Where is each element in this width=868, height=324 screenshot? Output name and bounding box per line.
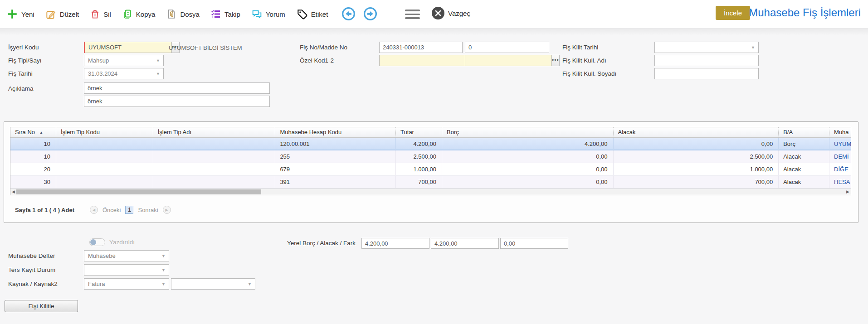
col-muhasebe-hesap-kodu[interactable]: Muhasebe Hesap Kodu bbox=[275, 127, 396, 137]
cell-tip-adi bbox=[153, 150, 276, 163]
table-row[interactable]: 30 391 700,00 0,00 700,00 Alacak HESA bbox=[10, 176, 851, 189]
file-button-label: Dosya bbox=[180, 10, 200, 18]
kaynak-label: Kaynak / Kaynak2 bbox=[8, 280, 58, 289]
pagination-bar: Sayfa 1 of 1 ( 4 ) Adet ◀ Önceki 1 Sonra… bbox=[10, 202, 851, 218]
col-borc[interactable]: Borç bbox=[442, 127, 614, 137]
yerel-alacak-input[interactable] bbox=[431, 238, 499, 249]
chevron-down-icon: ▼ bbox=[161, 282, 166, 286]
cell-tutar: 4.200,00 bbox=[396, 138, 442, 150]
cell-sira: 30 bbox=[10, 176, 56, 188]
horizontal-scrollbar[interactable]: ◀ ▶ bbox=[10, 189, 851, 195]
cell-sira: 10 bbox=[10, 150, 56, 163]
col-islem-tip-adi[interactable]: İşlem Tip Adı bbox=[153, 127, 276, 137]
table-row[interactable]: 10 255 2.500,00 0,00 2.500,00 Alacak DEM… bbox=[10, 150, 851, 163]
cell-tip-kodu bbox=[56, 163, 153, 175]
cell-tip-adi bbox=[153, 176, 276, 188]
edit-button[interactable]: Düzelt bbox=[45, 9, 79, 20]
printed-toggle[interactable] bbox=[89, 238, 105, 246]
next-page-link[interactable]: Sonraki bbox=[138, 207, 158, 213]
col-alacak[interactable]: Alacak bbox=[614, 127, 779, 137]
comment-button-label: Yorum bbox=[266, 10, 285, 18]
delete-button-label: Sil bbox=[103, 10, 111, 18]
scroll-left-icon[interactable]: ◀ bbox=[12, 189, 15, 194]
kilit-tarihi-select[interactable]: ▼ bbox=[654, 42, 759, 53]
cell-ba: Alacak bbox=[779, 150, 829, 163]
table-row[interactable]: 20 679 1.000,00 0,00 1.000,00 Alacak DİĞ… bbox=[10, 163, 851, 176]
follow-button-label: Takip bbox=[224, 10, 240, 18]
kaynak2-select[interactable]: ▼ bbox=[171, 278, 255, 290]
attachment-icon bbox=[166, 9, 177, 19]
ters-kayit-select[interactable]: ▼ bbox=[84, 264, 169, 276]
follow-button[interactable]: Takip bbox=[210, 9, 240, 19]
prev-page-icon[interactable]: ◀ bbox=[90, 206, 98, 214]
fis-tipi-value: Mahsup bbox=[88, 57, 109, 64]
fis-tipi-label: Fiş Tipi/Sayı bbox=[8, 57, 42, 65]
kilit-soyadi-input[interactable] bbox=[654, 68, 759, 79]
trash-icon bbox=[90, 9, 100, 19]
cell-alacak: 0,00 bbox=[614, 138, 779, 150]
new-button[interactable]: Yeni bbox=[6, 8, 34, 20]
col-ba[interactable]: B/A bbox=[779, 127, 829, 137]
chevron-down-icon: ▼ bbox=[161, 268, 166, 272]
record-navigation bbox=[341, 7, 377, 21]
copy-button-label: Kopya bbox=[136, 10, 156, 18]
fis-tarihi-select[interactable]: 31.03.2024 ▼ bbox=[84, 68, 164, 79]
current-page-button[interactable]: 1 bbox=[125, 206, 133, 214]
fis-tarihi-value: 31.03.2024 bbox=[88, 70, 117, 77]
cell-tip-kodu bbox=[56, 138, 153, 150]
tag-icon bbox=[296, 8, 308, 20]
col-islem-tip-kodu[interactable]: İşlem Tip Kodu bbox=[56, 127, 153, 137]
toolbar-actions: Yeni Düzelt Sil Kopya Dosya bbox=[6, 0, 328, 28]
file-button[interactable]: Dosya bbox=[166, 9, 200, 19]
scroll-right-icon[interactable]: ▶ bbox=[846, 189, 849, 194]
prev-page-link[interactable]: Önceki bbox=[102, 207, 121, 213]
cell-ba: Borç bbox=[779, 138, 829, 150]
fis-no-input[interactable] bbox=[379, 42, 463, 53]
copy-button[interactable]: Kopya bbox=[122, 9, 156, 19]
kilit-adi-input[interactable] bbox=[654, 55, 759, 66]
delete-button[interactable]: Sil bbox=[90, 9, 111, 19]
aciklama-input-1[interactable] bbox=[84, 82, 270, 94]
isyeri-company-name: UYUMSOFT BİLGİ SİSTEM bbox=[169, 44, 242, 51]
cell-borc: 0,00 bbox=[442, 163, 614, 175]
col-sira-no[interactable]: Sıra No▲ bbox=[10, 127, 56, 137]
cancel-button[interactable]: Vazgeç bbox=[431, 6, 470, 20]
yerel-borc-input[interactable] bbox=[361, 238, 429, 249]
lines-grid: Sıra No▲ İşlem Tip Kodu İşlem Tip Adı Mu… bbox=[10, 127, 851, 195]
ozel-kod2-group: ••• bbox=[465, 55, 549, 66]
fis-tipi-select[interactable]: Mahsup ▼ bbox=[84, 55, 164, 66]
scrollbar-thumb[interactable] bbox=[16, 189, 261, 194]
next-page-icon[interactable]: ▶ bbox=[163, 206, 171, 214]
lock-voucher-button[interactable]: Fişi Kilitle bbox=[5, 300, 78, 312]
chevron-down-icon: ▼ bbox=[156, 58, 160, 63]
checklist-icon bbox=[210, 9, 221, 19]
muhasebe-defter-select[interactable]: Muhasebe ▼ bbox=[84, 250, 169, 261]
grid-header: Sıra No▲ İşlem Tip Kodu İşlem Tip Adı Mu… bbox=[10, 127, 851, 138]
ozel-kod2-input[interactable] bbox=[465, 55, 551, 66]
cell-ba: Alacak bbox=[779, 163, 829, 175]
madde-no-input[interactable] bbox=[465, 42, 549, 53]
next-record-button[interactable] bbox=[363, 7, 377, 21]
kaynak-select[interactable]: Fatura ▼ bbox=[84, 278, 169, 290]
yerel-fark-input[interactable] bbox=[500, 238, 568, 249]
previous-record-button[interactable] bbox=[341, 7, 356, 21]
kilit-tarihi-label: Fiş Kilit Tarihi bbox=[562, 44, 598, 52]
table-row[interactable]: 10 120.00.001 4.200,00 4.200,00 0,00 Bor… bbox=[10, 138, 851, 150]
ozel-kod2-lookup-button[interactable]: ••• bbox=[551, 55, 560, 66]
col-muhasebe-adi[interactable]: Muha bbox=[829, 127, 851, 137]
muhasebe-defter-label: Muhasebe Defter bbox=[8, 252, 55, 261]
inspect-button[interactable]: İncele bbox=[716, 6, 750, 20]
label-button[interactable]: Etiket bbox=[296, 8, 328, 20]
cell-alacak: 2.500,00 bbox=[614, 150, 779, 163]
isyeri-kodu-input[interactable] bbox=[85, 42, 171, 53]
col-tutar[interactable]: Tutar bbox=[396, 127, 442, 137]
menu-icon[interactable] bbox=[405, 10, 420, 21]
label-button-label: Etiket bbox=[311, 10, 328, 18]
cell-tutar: 700,00 bbox=[396, 176, 442, 188]
comment-button[interactable]: Yorum bbox=[251, 9, 285, 20]
aciklama-input-2[interactable] bbox=[84, 96, 270, 107]
comments-icon bbox=[251, 9, 263, 20]
ozel-kod1-input[interactable] bbox=[379, 55, 466, 66]
cell-borc: 0,00 bbox=[442, 150, 614, 163]
cell-muhasebe-adi: HESA bbox=[829, 176, 851, 188]
